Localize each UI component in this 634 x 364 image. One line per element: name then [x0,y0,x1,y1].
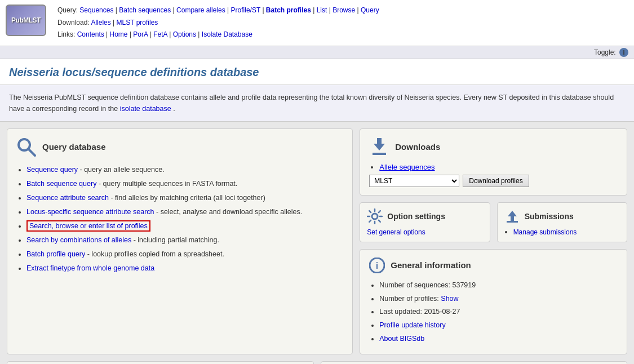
list-item: Sequence query - query an allele sequenc… [26,163,343,177]
list-item: Number of sequences: 537919 [379,279,618,292]
list-item: Last updated: 2015-08-27 [379,305,618,319]
search-browse-highlight: Search, browse or enter list of profiles [26,220,150,232]
batch-sequence-query-link[interactable]: Batch sequence query [26,180,96,188]
sequence-attribute-search-link[interactable]: Sequence attribute search [26,194,109,202]
set-general-options-link[interactable]: Set general options [367,228,425,236]
list-item: Extract finetype from whole genome data [26,261,343,276]
page-title-bar: Neisseria locus/sequence definitions dat… [0,59,634,85]
nav-compare-alleles[interactable]: Compare alleles [176,6,225,14]
nav-contents[interactable]: Contents [77,30,104,38]
nav-profile-st[interactable]: Profile/ST [231,6,260,14]
general-info-title-row: i General information [369,258,618,273]
show-profiles-link[interactable]: Show [441,295,458,303]
nav-home[interactable]: Home [110,30,128,38]
query-list: Sequence query - query an allele sequenc… [16,163,343,276]
svg-rect-13 [507,221,518,223]
upload-icon [504,208,520,224]
links-label: Links: [57,30,75,38]
nav-mlst-profiles[interactable]: MLST profiles [117,19,158,26]
list-item: Batch profile query - lookup profiles co… [26,247,343,261]
extract-finetype-link[interactable]: Extract finetype from whole genome data [26,264,154,272]
profile-update-history-link[interactable]: Profile update history [379,321,445,329]
toggle-bar: Toggle: i [0,46,634,59]
download-row: Download: Alleles | MLST profiles [57,17,379,29]
right-column: Downloads Allele sequences MLST Download… [360,128,627,354]
manage-submissions-link[interactable]: Manage submissions [513,228,577,236]
mlst-select[interactable]: MLST [369,175,459,187]
list-item: Profile update history [379,319,618,332]
info-circle-icon: i [369,258,385,273]
locus-specific-search-link[interactable]: Locus-specific sequence attribute search [26,208,154,216]
list-item: About BIGSdb [379,332,618,346]
gear-icon [367,208,383,224]
logo[interactable]: PubMLST [6,5,46,36]
description-text: The Neisseria PubMLST sequence definitio… [9,94,614,113]
nav-alleles[interactable]: Alleles [91,19,110,26]
query-row: Query: Sequences | Batch sequences | Com… [57,5,379,17]
options-title: Option settings [387,212,445,221]
search-browse-link[interactable]: Search, browse or enter list of profiles [29,222,148,230]
downloads-card: Downloads Allele sequences MLST Download… [360,128,627,196]
main-content: Query database Sequence query - query an… [0,122,634,364]
list-item: Locus-specific sequence attribute search… [26,205,343,219]
isolate-db-link[interactable]: isolate database [120,105,171,113]
nav-options[interactable]: Options [173,30,196,38]
list-item: Allele sequences [379,163,618,171]
nav-feta[interactable]: FetA [153,30,167,38]
download-profiles-button[interactable]: Download profiles [463,175,529,187]
svg-marker-3 [374,138,385,150]
svg-text:i: i [376,261,378,270]
svg-line-9 [369,211,371,212]
highlighted-list-item: Search, browse or enter list of profiles [26,219,343,233]
submissions-card: Submissions Manage submissions [497,202,627,242]
header-links: Query: Sequences | Batch sequences | Com… [57,5,379,41]
batch-profile-query-link[interactable]: Batch profile query [26,250,85,258]
cards-row: Query database Sequence query - query an… [7,128,627,354]
nav-batch-sequences[interactable]: Batch sequences [119,6,171,14]
query-title-row: Query database [16,137,343,157]
nav-sequences[interactable]: Sequences [79,6,113,14]
nav-isolate-db[interactable]: Isolate Database [202,30,252,38]
toggle-label: Toggle: [594,48,616,56]
downloads-title: Downloads [395,142,440,152]
allele-sequences-link[interactable]: Allele sequences [379,163,435,171]
toggle-info-icon[interactable]: i [619,48,628,57]
description-section: The Neisseria PubMLST sequence definitio… [0,85,634,122]
svg-line-12 [369,220,371,222]
svg-marker-14 [508,211,517,221]
downloads-title-row: Downloads [369,137,618,157]
analysis-card: Analysis Sequence similarity - find sequ… [321,361,628,364]
nav-batch-profiles[interactable]: Batch profiles [266,6,311,14]
list-item: Sequence attribute search - find alleles… [26,191,343,205]
svg-line-11 [379,211,380,212]
list-item: Batch sequence query - query multiple se… [26,177,343,191]
nav-list[interactable]: List [317,6,327,14]
export-card: Export Sequences - XMFA / concatenated F… [7,361,314,364]
page-title: Neisseria locus/sequence definitions dat… [9,66,625,79]
logo-area: PubMLST [6,5,51,36]
sequence-query-link[interactable]: Sequence query [26,166,78,174]
search-combinations-link[interactable]: Search by combinations of alleles [26,236,131,244]
svg-rect-2 [373,153,386,155]
list-item: Manage submissions [513,228,620,236]
submissions-title-row: Submissions [504,208,620,224]
download-icon [369,137,389,157]
options-submissions-row: Option settings Set general options Subm… [360,202,627,242]
header: PubMLST Query: Sequences | Batch sequenc… [0,0,634,46]
svg-point-4 [372,214,378,219]
list-item: Search by combinations of alleles - incl… [26,233,343,247]
query-card: Query database Sequence query - query an… [7,128,353,354]
nav-pora[interactable]: PorA [133,30,148,38]
nav-browse[interactable]: Browse [332,6,355,14]
list-item: Number of profiles: Show [379,292,618,306]
search-icon [16,137,37,157]
about-bigsdb-link[interactable]: About BIGSdb [379,335,424,343]
query-label: Query: [57,6,78,14]
description-end: . [173,105,175,113]
general-info-title: General information [391,260,471,270]
general-info-list: Number of sequences: 537919 Number of pr… [369,279,618,346]
download-label: Download: [57,19,90,26]
nav-query[interactable]: Query [361,6,379,14]
general-info-card: i General information Number of sequence… [360,249,627,354]
links-row: Links: Contents | Home | PorA | FetA | O… [57,29,379,41]
